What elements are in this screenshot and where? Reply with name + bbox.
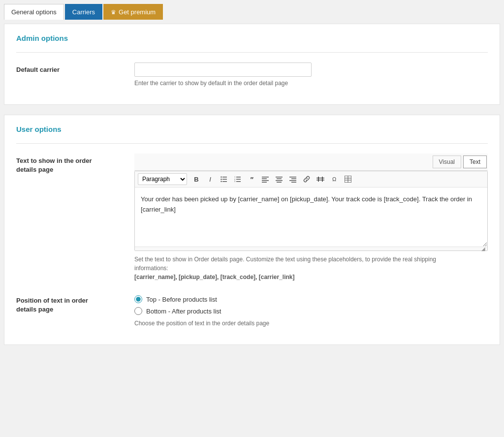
tab-general[interactable]: General options xyxy=(4,4,64,20)
text-show-label: Text to show in the order details page xyxy=(16,154,134,174)
text-show-row: Text to show in the order details page V… xyxy=(16,148,488,287)
default-carrier-field: Enter the carrier to show by default in … xyxy=(134,62,488,87)
svg-rect-0 xyxy=(222,177,227,178)
divider xyxy=(16,52,488,53)
svg-rect-19 xyxy=(277,182,282,183)
svg-rect-1 xyxy=(222,179,227,180)
hr-button[interactable] xyxy=(314,173,327,185)
special-chars-button[interactable]: Ω xyxy=(328,173,341,185)
user-options-card: User options Text to show in the order d… xyxy=(4,115,500,345)
svg-rect-22 xyxy=(289,180,296,181)
position-field: Top - Before products list Bottom - Afte… xyxy=(134,293,488,327)
admin-options-card: Admin options Default carrier Enter the … xyxy=(4,24,500,105)
svg-rect-25 xyxy=(316,180,324,181)
resize-dots-icon: ◢ xyxy=(481,246,485,251)
page-content: Admin options Default carrier Enter the … xyxy=(0,20,504,363)
position-radio-group: Top - Before products list Bottom - Afte… xyxy=(134,293,488,315)
default-carrier-row: Default carrier Enter the carrier to sho… xyxy=(16,57,488,93)
svg-rect-20 xyxy=(289,177,296,178)
svg-rect-21 xyxy=(291,179,296,180)
position-label: Position of text in order details page xyxy=(16,293,134,314)
svg-rect-26 xyxy=(318,177,319,182)
svg-rect-7 xyxy=(236,179,241,180)
crown-icon: ♛ xyxy=(111,9,116,16)
visual-view-btn[interactable]: Visual xyxy=(433,156,461,168)
svg-rect-24 xyxy=(316,178,324,179)
bullet-list-button[interactable] xyxy=(218,173,230,185)
blockquote-button[interactable]: " xyxy=(245,173,258,185)
position-top-radio[interactable] xyxy=(134,295,142,303)
svg-text:3: 3 xyxy=(234,180,236,183)
svg-rect-6 xyxy=(236,177,241,178)
svg-rect-8 xyxy=(236,181,241,182)
svg-point-4 xyxy=(220,179,221,180)
numbered-list-button[interactable]: 123 xyxy=(231,173,244,185)
editor-wrapper: Paragraph Heading 1 Heading 2 Heading 3 … xyxy=(134,171,488,251)
default-carrier-input[interactable] xyxy=(134,62,312,77)
italic-button[interactable]: I xyxy=(204,173,217,185)
align-left-button[interactable] xyxy=(259,173,272,185)
tab-premium[interactable]: ♛ Get premium xyxy=(103,4,163,20)
svg-rect-12 xyxy=(262,177,269,178)
svg-rect-14 xyxy=(262,180,269,181)
text-view-btn[interactable]: Text xyxy=(463,156,487,168)
editor-content[interactable]: Your order has been picked up by [carrie… xyxy=(135,187,487,247)
position-bottom-option[interactable]: Bottom - After products list xyxy=(134,307,488,315)
default-carrier-label: Default carrier xyxy=(16,62,134,74)
divider-2 xyxy=(16,143,488,144)
svg-rect-2 xyxy=(222,181,227,182)
format-select[interactable]: Paragraph Heading 1 Heading 2 Heading 3 … xyxy=(138,173,187,185)
admin-options-title: Admin options xyxy=(16,34,488,42)
position-top-option[interactable]: Top - Before products list xyxy=(134,295,488,303)
svg-rect-15 xyxy=(262,182,267,183)
tab-navigation: General options Carriers ♛ Get premium xyxy=(0,0,504,20)
editor-resize-handle[interactable]: ◢ xyxy=(135,247,487,250)
align-center-button[interactable] xyxy=(273,173,285,185)
position-row: Position of text in order details page T… xyxy=(16,287,488,333)
svg-rect-27 xyxy=(322,177,323,182)
text-field-hint: Set the text to show in Order details pa… xyxy=(134,255,488,281)
position-bottom-radio[interactable] xyxy=(134,307,142,315)
default-carrier-hint: Enter the carrier to show by default in … xyxy=(134,80,488,87)
svg-rect-23 xyxy=(291,182,296,183)
user-options-title: User options xyxy=(16,125,488,133)
table-button[interactable] xyxy=(342,173,354,185)
svg-rect-16 xyxy=(276,177,283,178)
svg-rect-13 xyxy=(262,179,267,180)
link-button[interactable] xyxy=(300,173,313,185)
svg-point-3 xyxy=(220,177,221,178)
editor-toolbar: Paragraph Heading 1 Heading 2 Heading 3 … xyxy=(135,171,487,187)
align-right-button[interactable] xyxy=(286,173,299,185)
tab-carriers[interactable]: Carriers xyxy=(65,4,102,20)
text-show-field: Visual Text Paragraph Heading 1 Heading … xyxy=(134,154,488,281)
svg-rect-18 xyxy=(276,180,283,181)
svg-rect-17 xyxy=(277,179,282,180)
position-hint: Choose the position of text in the order… xyxy=(134,320,488,327)
svg-point-5 xyxy=(220,181,221,182)
bold-button[interactable]: B xyxy=(190,173,203,185)
editor-view-toggle: Visual Text xyxy=(134,154,488,171)
